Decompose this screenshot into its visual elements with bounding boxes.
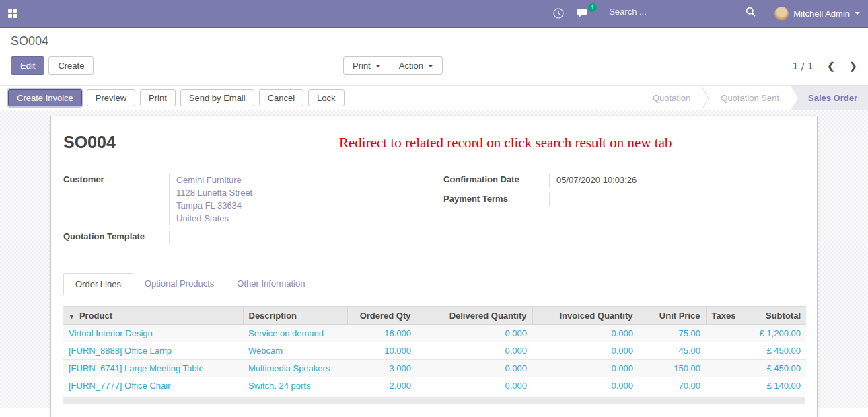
customer-street: 1128 Lunetta Street	[176, 186, 425, 199]
print-button[interactable]: Print	[140, 89, 176, 106]
activity-clock-icon[interactable]	[552, 7, 565, 20]
tab-order-lines[interactable]: Order Lines	[63, 273, 133, 295]
table-row[interactable]: Virtual Interior DesignService on demand…	[63, 325, 806, 342]
payment-terms-label: Payment Terms	[443, 193, 549, 206]
form-view-background: SO004 Redirect to related record on clic…	[0, 110, 868, 408]
sheet: SO004 Redirect to related record on clic…	[50, 116, 818, 417]
field-confirmation-date: Confirmation Date 05/07/2020 10:03:26	[443, 174, 805, 187]
customer-city: Tampa FL 33634	[176, 199, 425, 212]
payment-terms-value[interactable]	[549, 193, 805, 206]
action-dropdown-button[interactable]: Action	[390, 56, 443, 75]
confirmation-date-label: Confirmation Date	[443, 174, 549, 187]
field-customer: Customer Gemini Furniture 1128 Lunetta S…	[63, 174, 425, 225]
pager: 1 / 1 ❮ ❯	[792, 60, 857, 72]
customer-name-link[interactable]: Gemini Furniture	[176, 174, 425, 186]
annotation-text: Redirect to related record on click sear…	[339, 135, 672, 151]
user-menu[interactable]: Mitchell Admin	[774, 7, 860, 21]
field-payment-terms: Payment Terms	[443, 193, 805, 206]
search-icon[interactable]	[746, 7, 756, 17]
create-invoice-button[interactable]: Create Invoice	[8, 89, 82, 106]
control-panel: SO004 Edit Create Print Action 1 / 1 ❮ ❯	[0, 28, 868, 86]
status-step-sales-order[interactable]: Sales Order	[791, 86, 868, 110]
user-avatar	[774, 7, 789, 21]
apps-menu-icon[interactable]	[8, 9, 18, 19]
status-step-quotation-sent[interactable]: Quotation Sent	[709, 86, 791, 110]
tab-other-information[interactable]: Other Information	[225, 273, 316, 295]
print-dropdown-button[interactable]: Print	[343, 56, 390, 75]
table-row[interactable]: [FURN_8888] Office LampWebcam 10.0000.00…	[63, 342, 806, 360]
edit-button[interactable]: Edit	[11, 56, 44, 75]
cancel-button[interactable]: Cancel	[259, 89, 303, 106]
pager-next-icon[interactable]: ❯	[848, 60, 857, 72]
tab-optional-products[interactable]: Optional Products	[133, 273, 225, 295]
status-step-quotation[interactable]: Quotation	[641, 86, 702, 110]
preview-button[interactable]: Preview	[87, 89, 135, 106]
top-navbar: 1 Mitchell Admin	[0, 0, 868, 28]
global-search	[609, 7, 756, 20]
user-name: Mitchell Admin	[793, 9, 850, 19]
table-row[interactable]: [FURN_6741] Large Meeting TableMultimedi…	[63, 360, 806, 377]
messages-icon[interactable]: 1	[577, 8, 590, 20]
pager-previous-icon[interactable]: ❮	[827, 60, 836, 72]
customer-country: United States	[176, 212, 425, 225]
step-separator-icon	[702, 86, 709, 110]
quotation-template-value[interactable]	[169, 231, 425, 244]
statusbar: Create Invoice Preview Print Send by Ema…	[0, 86, 868, 110]
table-footer-strip	[63, 397, 805, 404]
field-quotation-template: Quotation Template	[63, 231, 425, 244]
table-row[interactable]: [FURN_7777] Office ChairSwitch, 24 ports…	[63, 377, 806, 395]
table-header-row: ▼Product Description Ordered Qty Deliver…	[63, 307, 806, 325]
messages-count-badge: 1	[588, 3, 597, 12]
column-options-caret-icon[interactable]: ▼	[69, 313, 75, 320]
quotation-template-label: Quotation Template	[63, 231, 169, 244]
action-caret-icon	[428, 65, 433, 67]
pager-counter: 1 / 1	[792, 61, 813, 71]
create-button[interactable]: Create	[48, 56, 94, 75]
confirmation-date-value: 05/07/2020 10:03:26	[549, 174, 805, 187]
user-menu-caret-icon	[855, 12, 860, 15]
print-caret-icon	[375, 65, 381, 67]
status-steps: Quotation Quotation Sent Sales Order	[641, 86, 868, 110]
breadcrumb[interactable]: SO004	[11, 34, 857, 48]
search-input[interactable]	[609, 7, 746, 17]
customer-label: Customer	[63, 174, 169, 225]
lock-button[interactable]: Lock	[308, 89, 344, 106]
send-by-email-button[interactable]: Send by Email	[180, 89, 254, 106]
field-grid: Customer Gemini Furniture 1128 Lunetta S…	[63, 174, 805, 250]
order-lines-table: ▼Product Description Ordered Qty Deliver…	[63, 306, 806, 395]
notebook-tabs: Order Lines Optional Products Other Info…	[63, 272, 805, 295]
